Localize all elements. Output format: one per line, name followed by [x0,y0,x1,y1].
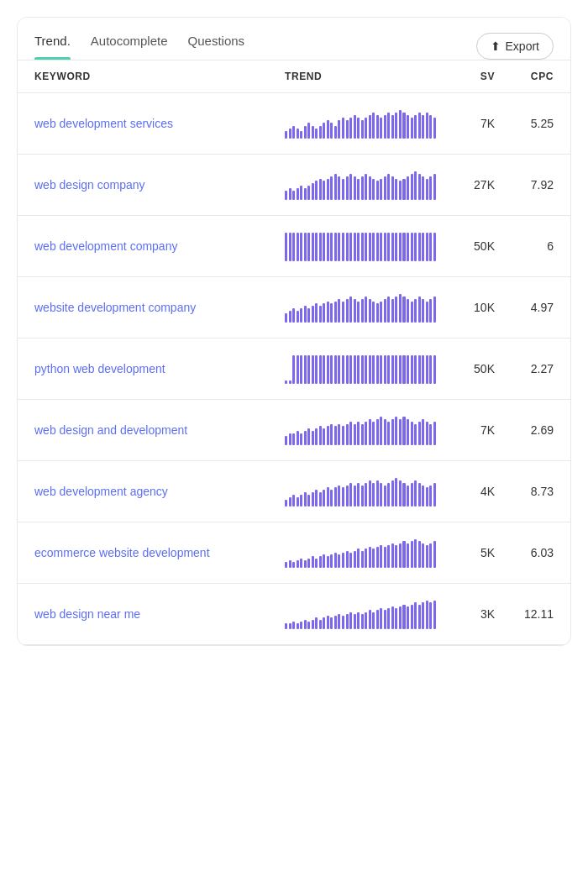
trend-bar [391,115,394,139]
keyword-link[interactable]: ecommerce website development [34,546,285,559]
trend-bar [376,610,379,629]
trend-bar [354,299,356,323]
trend-bar [304,431,307,445]
trend-bar [384,419,386,445]
tab-autocomplete[interactable]: Autocomplete [91,34,168,60]
trend-bar [349,483,352,506]
trend-bar [395,233,397,261]
trend-bar [334,426,337,445]
trend-bar [365,483,367,506]
export-button[interactable]: ⬆ Export [476,33,554,60]
sv-value: 50K [436,239,495,253]
trend-bar [391,233,394,261]
trend-bar [372,483,375,506]
trend-bar [429,602,432,629]
trend-bar [354,424,356,446]
trend-bar [338,355,340,384]
trend-bar [372,233,375,261]
trend-bar [349,355,352,384]
cpc-value: 4.97 [495,301,554,314]
trend-bar [369,547,371,568]
trend-bar [307,428,310,445]
trend-bar [414,602,417,629]
trend-bar [402,605,405,629]
trend-bar [292,233,295,261]
trend-bar [307,495,310,506]
trend-bar [418,422,421,445]
trend-bar [289,433,291,445]
trend-bar [349,297,352,323]
trend-bar [292,355,295,384]
trend-bar [289,188,291,200]
trend-bar [422,602,424,629]
trend-bar [357,179,360,201]
trend-bar [323,617,325,629]
trend-bar [323,554,325,568]
trend-bar [304,560,307,568]
trend-bar [319,492,322,506]
trend-bar [399,419,402,445]
trend-bar [372,548,375,568]
trend-bar [361,176,364,200]
keyword-link[interactable]: web design near me [34,607,285,621]
tab-trend[interactable]: Trend. [34,34,71,60]
trend-bar [376,355,379,384]
trend-bar [418,297,421,323]
trend-bar [300,186,302,200]
trend-bar [289,560,291,568]
trend-bar [361,299,364,323]
trend-bar [307,123,310,139]
trend-bar [418,355,421,384]
trend-bar [369,233,371,261]
trend-bar [346,485,349,507]
trend-bar [289,311,291,323]
trend-bar [342,302,344,323]
trend-bar [384,176,386,200]
trend-bar [297,311,299,323]
trend-bar [418,174,421,200]
trend-bar [315,129,318,139]
sv-value: 5K [436,546,495,559]
trend-bar [411,422,413,445]
keyword-link[interactable]: web design company [34,178,285,192]
trend-bar [338,233,340,261]
trend-bar [411,541,413,568]
trend-bar [334,174,337,200]
sv-value: 27K [436,178,495,192]
trend-bar [300,495,302,506]
tab-questions[interactable]: Questions [188,34,245,60]
cpc-value: 12.11 [495,607,554,621]
keyword-link[interactable]: web development company [34,239,285,253]
trend-bar [330,424,333,446]
keyword-link[interactable]: python web development [34,362,285,375]
keyword-link[interactable]: website development company [34,301,285,314]
trend-bar [315,233,318,261]
trend-bar [376,419,379,445]
cpc-value: 6.03 [495,546,554,559]
trend-bar [387,608,390,629]
trend-bar [312,233,314,261]
trend-bar [361,355,364,384]
trend-bar [315,303,318,323]
trend-bar [307,308,310,323]
keyword-link[interactable]: web development services [34,117,285,130]
trend-bar [414,480,417,506]
trend-bar [354,233,356,261]
trend-bar [387,355,390,384]
trend-bar [323,355,325,384]
trend-bar [395,297,397,323]
keyword-table: KEYWORD TREND SV CPC web development ser… [18,60,570,645]
trend-chart [285,538,436,568]
keyword-link[interactable]: web design and development [34,423,285,437]
trend-bar [312,556,314,568]
trend-bar [380,355,382,384]
trend-bar [422,419,424,445]
trend-bar [292,562,295,568]
trend-bar [289,623,291,629]
cpc-value: 8.73 [495,485,554,498]
keyword-link[interactable]: web development agency [34,485,285,498]
trend-bar [338,554,340,568]
trend-bar [338,485,340,507]
trend-bar [334,126,337,139]
trend-bar [422,176,424,200]
